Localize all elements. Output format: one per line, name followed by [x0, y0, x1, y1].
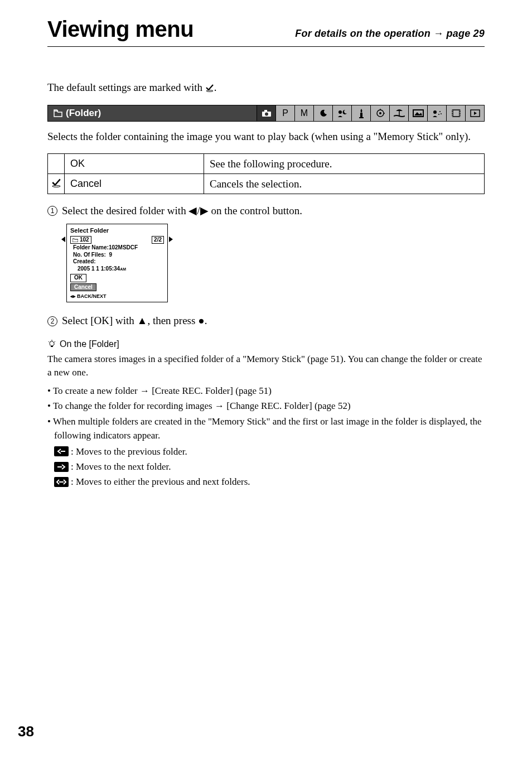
- mode-strip: P M: [257, 105, 484, 121]
- checkmark-default-icon: [205, 83, 214, 92]
- mode-landscape-icon: [408, 105, 427, 121]
- triangle-right-icon: [169, 237, 173, 242]
- bullet-change-folder: • To change the folder for recording ima…: [47, 399, 485, 413]
- step2-mid: , then press: [147, 315, 198, 326]
- svg-rect-36: [57, 466, 62, 467]
- option-mark-ok: [48, 154, 65, 174]
- svg-point-13: [433, 110, 437, 114]
- svg-rect-37: [59, 481, 64, 483]
- bulb-icon: [47, 340, 56, 349]
- step1-before: Select the desired folder with: [62, 205, 188, 216]
- indicator-both-text: : Moves to either the previous and next …: [71, 474, 250, 489]
- intro-after: .: [214, 81, 217, 93]
- step2-after: .: [205, 315, 207, 326]
- step-2: 2 Select [OK] with ▲, then press ●.: [47, 315, 485, 327]
- page-number: 38: [18, 723, 34, 740]
- lcd-created: 2005 1 1 1:05:34: [78, 266, 120, 272]
- lr-small-icon: ◂▸: [70, 293, 76, 300]
- svg-rect-31: [51, 346, 53, 347]
- step1-after: on the control button.: [209, 205, 302, 216]
- lcd-title: Select Folder: [70, 227, 164, 235]
- step-number-1: 1: [47, 206, 57, 216]
- section-label: (Folder): [48, 105, 257, 121]
- bullet-multiple-folders: • When multiple folders are created in t…: [47, 414, 485, 443]
- lcd-folder-num: 102: [80, 237, 89, 244]
- hint-body: The camera stores images in a specified …: [47, 353, 485, 379]
- lcd-footer: ◂▸ BACK/NEXT: [70, 293, 164, 300]
- svg-point-0: [206, 90, 213, 92]
- svg-rect-23: [452, 115, 453, 117]
- option-row-cancel: Cancel Cancels the selection.: [48, 174, 485, 194]
- lcd-count: 2/2: [152, 236, 164, 244]
- option-mark-cancel: [48, 174, 65, 194]
- svg-rect-22: [452, 114, 453, 115]
- mode-play-icon: [465, 105, 484, 121]
- step-1: 1 Select the desired folder with ◀/▶ on …: [47, 204, 485, 217]
- prev-folder-icon: [54, 446, 69, 456]
- mode-portrait-night-icon: [332, 105, 351, 121]
- section-bar-folder: (Folder) P M: [47, 105, 485, 122]
- indicator-prev-text: : Moves to the previous folder.: [71, 444, 187, 459]
- subtitle-prefix: For details on the operation: [295, 28, 431, 39]
- svg-line-33: [49, 341, 50, 343]
- svg-rect-20: [452, 110, 453, 112]
- page-title: Viewing menu: [47, 17, 194, 42]
- option-label-ok: OK: [65, 154, 204, 174]
- option-desc-cancel: Cancels the selection.: [204, 174, 485, 194]
- lcd-files: 9: [109, 252, 112, 258]
- option-row-ok: OK See the following procedure.: [48, 154, 485, 174]
- mode-candle-icon: [351, 105, 370, 121]
- option-label-cancel: Cancel: [65, 174, 204, 194]
- left-right-arrow-icon: ◀/▶: [188, 205, 208, 216]
- lcd-files-label: No. Of Files:: [73, 252, 106, 258]
- mode-moon-icon: [313, 105, 332, 121]
- svg-rect-6: [359, 117, 364, 118]
- indicator-both: : Moves to either the previous and next …: [54, 474, 485, 489]
- svg-point-30: [50, 341, 54, 346]
- lcd-footer-text: BACK/NEXT: [77, 293, 107, 300]
- both-folder-icon: [54, 477, 69, 487]
- center-dot-icon: ●: [198, 315, 204, 326]
- svg-rect-27: [460, 115, 461, 117]
- folder-icon: [54, 109, 62, 117]
- mode-movie-icon: [446, 105, 465, 121]
- checkmark-default-icon: [51, 177, 61, 187]
- svg-point-15: [441, 113, 442, 114]
- options-table: OK See the following procedure. Cancel C…: [47, 153, 485, 194]
- header-divider: [47, 46, 485, 47]
- svg-point-29: [52, 186, 60, 187]
- triangle-left-icon: [61, 237, 65, 242]
- svg-point-14: [439, 111, 441, 112]
- svg-rect-2: [264, 110, 267, 112]
- triangle-up-icon: ▲: [137, 315, 148, 326]
- svg-rect-26: [460, 114, 461, 115]
- hint-heading-text: On the [Folder]: [60, 339, 119, 349]
- lcd-created-ampm: AM: [120, 267, 126, 271]
- indicator-next-text: : Moves to the next folder.: [71, 459, 171, 474]
- lcd-foldername: 102MSDCF: [109, 244, 138, 250]
- section-label-text: (Folder): [66, 108, 101, 119]
- svg-rect-5: [360, 113, 362, 117]
- next-folder-icon: [54, 462, 69, 472]
- mode-timer-icon: [370, 105, 389, 121]
- lcd-foldername-label: Folder Name:: [73, 244, 109, 250]
- option-desc-ok: See the following procedure.: [204, 154, 485, 174]
- indicator-prev: : Moves to the previous folder.: [54, 444, 485, 459]
- step2-before: Select [OK] with: [62, 315, 137, 326]
- lcd-cancel-button: Cancel: [70, 283, 96, 292]
- svg-point-16: [438, 114, 439, 115]
- mode-beach-icon: [389, 105, 408, 121]
- mode-m-icon: M: [294, 105, 313, 121]
- mode-p-icon: P: [275, 105, 294, 121]
- indicator-next: : Moves to the next folder.: [54, 459, 485, 474]
- svg-rect-17: [453, 110, 460, 117]
- folder-description: Selects the folder containing the image …: [47, 129, 485, 144]
- svg-point-4: [338, 110, 342, 114]
- subtitle-page: page 29: [447, 28, 485, 39]
- bullet-create-folder: • To create a new folder → [Create REC. …: [47, 384, 485, 398]
- lcd-created-label: Created:: [73, 258, 164, 266]
- intro-before: The default settings are marked with: [47, 81, 205, 93]
- folder-small-icon: [72, 238, 78, 242]
- arrow-right-icon: →: [433, 28, 443, 39]
- mode-camera-icon: [257, 105, 275, 121]
